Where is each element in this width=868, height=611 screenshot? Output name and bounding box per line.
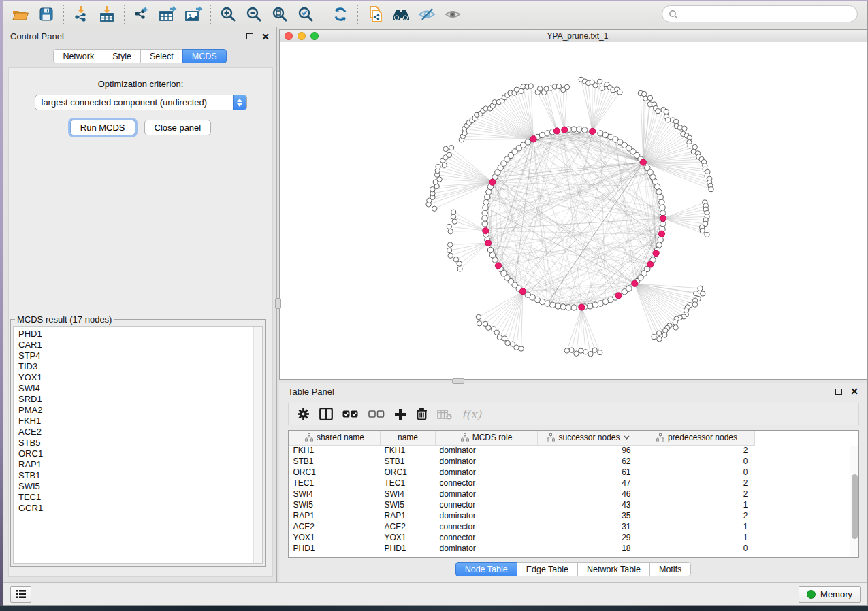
open-file-button[interactable] — [7, 3, 33, 25]
table-cell: 18 — [538, 543, 639, 554]
zoom-fit-button[interactable] — [267, 3, 293, 25]
function-builder-button[interactable]: f(x) — [462, 406, 481, 423]
mcds-result-item[interactable]: SWI4 — [18, 383, 253, 394]
table-row[interactable]: YOX1YOX1connector291 — [289, 532, 855, 543]
mcds-list-scrollbar[interactable] — [253, 327, 262, 563]
mcds-result-item[interactable]: SWI5 — [18, 481, 253, 492]
run-mcds-button[interactable]: Run MCDS — [70, 120, 135, 135]
node-table[interactable]: shared namenameMCDS rolesuccessor nodesp… — [289, 431, 854, 554]
close-panel-button[interactable]: Close panel — [144, 120, 212, 135]
mcds-result-item[interactable]: TEC1 — [18, 492, 253, 503]
create-column-button[interactable] — [394, 406, 406, 423]
binoculars-icon — [391, 6, 411, 22]
search-input[interactable] — [681, 10, 851, 19]
table-row[interactable]: RAP1RAP1dominator352 — [289, 510, 855, 521]
tab-select[interactable]: Select — [140, 49, 183, 63]
export-network-button[interactable] — [129, 3, 155, 25]
table-row[interactable]: TEC1TEC1connector472 — [289, 478, 855, 489]
mcds-result-item[interactable]: STB1 — [18, 470, 253, 481]
mcds-result-item[interactable]: YOX1 — [18, 372, 253, 383]
table-cell: 2 — [639, 510, 755, 521]
column-header-predecessor-nodes[interactable]: predecessor nodes — [639, 431, 755, 445]
mcds-result-item[interactable]: CAR1 — [18, 340, 253, 350]
table-scrollbar[interactable] — [850, 446, 858, 557]
delete-column-button[interactable] — [416, 406, 428, 423]
tab-motifs[interactable]: Motifs — [649, 562, 691, 576]
table-row[interactable]: SWI5SWI5connector431 — [289, 499, 855, 510]
eye-slash-icon — [417, 6, 436, 22]
main-toolbar — [3, 1, 867, 27]
column-header-MCDS-role[interactable]: MCDS role — [436, 431, 538, 445]
control-panel-tabs: NetworkStyleSelectMCDS — [3, 49, 276, 63]
zoom-selected-button[interactable] — [293, 3, 319, 25]
tab-edge-table[interactable]: Edge Table — [517, 562, 578, 576]
import-network-button[interactable] — [68, 3, 94, 25]
search-box[interactable] — [662, 5, 858, 22]
column-header-successor-nodes[interactable]: successor nodes — [538, 431, 639, 445]
mcds-result-item[interactable]: STP4 — [18, 350, 253, 361]
mcds-result-item[interactable]: STB5 — [18, 437, 253, 448]
mcds-result-item[interactable]: PMA2 — [18, 405, 253, 416]
copy-network-button[interactable] — [362, 3, 388, 25]
table-row[interactable]: STB1STB1dominator620 — [289, 456, 855, 467]
tab-style[interactable]: Style — [103, 49, 141, 63]
refresh-layout-button[interactable] — [327, 3, 353, 25]
table-scrollbar-thumb[interactable] — [852, 474, 858, 539]
table-row[interactable]: SWI4SWI4dominator462 — [289, 489, 855, 499]
show-all-button[interactable] — [440, 3, 466, 25]
memory-label: Memory — [820, 589, 852, 599]
deselect-all-columns-button[interactable] — [368, 406, 385, 423]
table-settings-button[interactable] — [297, 406, 310, 423]
column-header-name[interactable]: name — [381, 431, 436, 445]
vertical-splitter-handle[interactable] — [275, 298, 281, 309]
table-cell: TEC1 — [381, 478, 436, 489]
maximize-window-icon[interactable] — [310, 32, 319, 40]
zoom-in-button[interactable] — [215, 3, 241, 25]
first-neighbors-button[interactable] — [388, 3, 414, 25]
float-table-panel-icon[interactable] — [835, 389, 842, 395]
memory-button[interactable]: Memory — [799, 586, 861, 603]
table-row[interactable]: ORC1ORC1dominator610 — [289, 467, 855, 478]
toolbar-separator — [63, 5, 64, 24]
mcds-result-item[interactable]: SRD1 — [18, 394, 253, 405]
criterion-dropdown[interactable]: largest connected component (undirected) — [35, 95, 247, 110]
minimize-window-icon[interactable] — [298, 32, 306, 40]
close-panel-icon[interactable]: ✕ — [261, 32, 270, 42]
float-panel-icon[interactable] — [246, 33, 253, 39]
close-table-panel-icon[interactable]: ✕ — [850, 386, 858, 396]
mcds-result-item[interactable]: TID3 — [18, 361, 253, 372]
export-table-button[interactable] — [155, 3, 180, 25]
mcds-result-item[interactable]: RAP1 — [18, 459, 253, 470]
tab-mcds[interactable]: MCDS — [182, 49, 227, 63]
mcds-result-item[interactable]: GCR1 — [18, 503, 253, 514]
zoom-out-button[interactable] — [241, 3, 267, 25]
mcds-result-item[interactable]: ORC1 — [18, 448, 253, 459]
table-row[interactable]: FKH1FKH1dominator962 — [289, 445, 855, 456]
control-panel: Control Panel ✕ NetworkStyleSelectMCDS O… — [3, 27, 276, 582]
network-canvas[interactable] — [280, 42, 867, 379]
hide-selected-button[interactable] — [414, 3, 440, 25]
network-view-titlebar[interactable]: YPA_prune.txt_1 — [280, 30, 867, 42]
column-header-shared-name[interactable]: shared name — [289, 431, 381, 445]
table-cell: dominator — [436, 467, 538, 478]
import-table-button[interactable] — [94, 3, 120, 25]
mcds-result-item[interactable]: PHD1 — [18, 329, 253, 340]
mcds-result-item[interactable]: ACE2 — [18, 427, 253, 437]
horizontal-splitter[interactable] — [279, 380, 867, 383]
tab-node-table[interactable]: Node Table — [455, 562, 517, 576]
horizontal-splitter-handle[interactable] — [452, 378, 464, 384]
table-row[interactable]: ACE2ACE2connector311 — [289, 521, 855, 532]
mcds-result-item[interactable]: FKH1 — [18, 416, 253, 427]
show-column-panel-button[interactable] — [319, 406, 333, 423]
task-history-button[interactable] — [10, 586, 31, 603]
select-all-columns-button[interactable] — [342, 406, 359, 423]
export-image-button[interactable] — [180, 3, 206, 25]
vertical-splitter[interactable] — [276, 27, 279, 582]
table-row[interactable]: PHD1PHD1dominator180 — [289, 543, 855, 554]
close-window-icon[interactable] — [285, 32, 293, 40]
save-session-button[interactable] — [33, 3, 59, 25]
column-type-icon — [305, 433, 313, 442]
tab-network-table[interactable]: Network Table — [577, 562, 650, 576]
delete-table-button[interactable] — [437, 406, 452, 423]
tab-network[interactable]: Network — [53, 49, 103, 63]
